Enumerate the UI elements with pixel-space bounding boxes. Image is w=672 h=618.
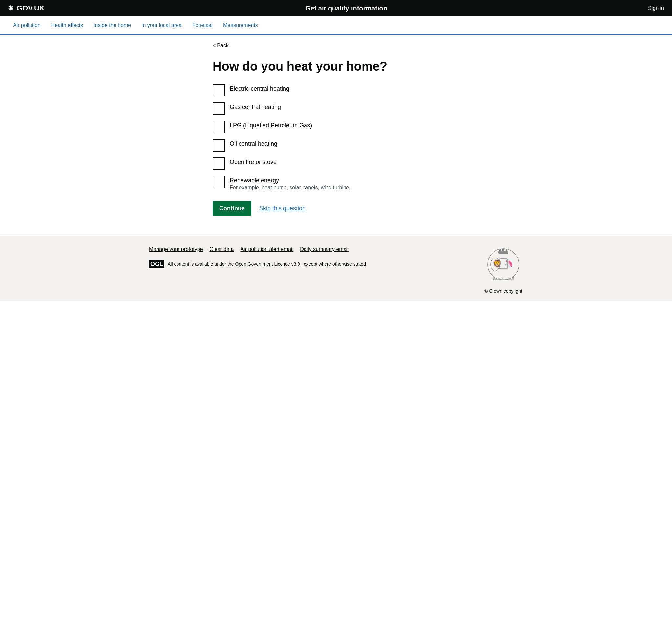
- nav-item-inside-home: Inside the home: [88, 16, 136, 34]
- page-heading: How do you heat your home?: [213, 59, 459, 74]
- option-hint-renewable: For example, heat pump, solar panels, wi…: [230, 185, 351, 191]
- ogl-licence-link[interactable]: Open Government Licence v3.0: [235, 262, 300, 267]
- crown-copyright-link[interactable]: © Crown copyright: [484, 288, 522, 294]
- main-content: < Back How do you heat your home? Electr…: [205, 35, 467, 235]
- back-link[interactable]: < Back: [213, 43, 229, 48]
- footer-link-manage-prototype[interactable]: Manage your prototype: [149, 246, 203, 252]
- nav-item-forecast: Forecast: [187, 16, 218, 34]
- site-header: ❋ GOV.UK Get air quality information Sig…: [0, 0, 672, 16]
- nav-item-air-pollution: Air pollution: [8, 16, 46, 34]
- continue-button[interactable]: Continue: [213, 201, 251, 216]
- nav-link-local-area[interactable]: In your local area: [136, 16, 187, 34]
- list-item: Electric central heating: [213, 83, 459, 96]
- footer-link-summary-email[interactable]: Daily summary email: [300, 246, 349, 252]
- list-item: Renewable energy For example, heat pump,…: [213, 175, 459, 191]
- option-text-electric: Electric central heating: [230, 85, 289, 92]
- list-item: Open fire or stove: [213, 157, 459, 170]
- option-label-renewable[interactable]: Renewable energy For example, heat pump,…: [213, 175, 351, 191]
- sign-in-link[interactable]: Sign in: [648, 5, 664, 11]
- checkbox-renewable[interactable]: [213, 176, 225, 188]
- list-item: LPG (Liquefied Petroleum Gas): [213, 120, 459, 133]
- option-label-oil[interactable]: Oil central heating: [213, 138, 277, 151]
- svg-rect-2: [499, 249, 501, 252]
- ogl-logo: OGL: [149, 260, 164, 268]
- footer-left: Manage your prototype Clear data Air pol…: [149, 246, 366, 268]
- svg-text:🦁: 🦁: [493, 259, 502, 268]
- nav-link-forecast[interactable]: Forecast: [187, 16, 218, 34]
- main-nav: Air pollution Health effects Inside the …: [0, 16, 672, 35]
- footer-links: Manage your prototype Clear data Air pol…: [149, 246, 366, 252]
- form-actions: Continue Skip this question: [213, 201, 459, 216]
- nav-item-measurements: Measurements: [218, 16, 263, 34]
- option-text-oil: Oil central heating: [230, 140, 277, 147]
- option-label-lpg[interactable]: LPG (Liquefied Petroleum Gas): [213, 120, 312, 133]
- coat-of-arms-image: 🦁 🦄 DIEU ET MON DROIT: [484, 246, 523, 286]
- logo-text: GOV.UK: [17, 4, 44, 12]
- option-text-openfire: Open fire or stove: [230, 159, 277, 166]
- svg-rect-3: [502, 249, 504, 252]
- svg-rect-4: [506, 249, 507, 252]
- option-label-gas[interactable]: Gas central heating: [213, 102, 281, 115]
- footer-inner: Manage your prototype Clear data Air pol…: [149, 246, 523, 294]
- back-label: Back: [217, 43, 229, 48]
- footer-ogl: OGL All content is available under the O…: [149, 260, 366, 268]
- option-label-openfire[interactable]: Open fire or stove: [213, 157, 277, 170]
- footer-link-alert-email[interactable]: Air pollution alert email: [240, 246, 293, 252]
- footer-link-clear-data[interactable]: Clear data: [210, 246, 234, 252]
- svg-text:🦄: 🦄: [504, 259, 513, 268]
- footer-right: 🦁 🦄 DIEU ET MON DROIT © Crown copyright: [484, 246, 523, 294]
- nav-item-health-effects: Health effects: [46, 16, 89, 34]
- nav-list: Air pollution Health effects Inside the …: [8, 16, 664, 34]
- nav-link-measurements[interactable]: Measurements: [218, 16, 263, 34]
- list-item: Oil central heating: [213, 138, 459, 151]
- nav-link-air-pollution[interactable]: Air pollution: [8, 16, 46, 34]
- nav-link-inside-home[interactable]: Inside the home: [88, 16, 136, 34]
- option-text-lpg: LPG (Liquefied Petroleum Gas): [230, 122, 312, 129]
- checkbox-oil[interactable]: [213, 139, 225, 151]
- option-text-gas: Gas central heating: [230, 104, 281, 111]
- crown-icon: ❋: [8, 4, 13, 12]
- svg-text:DIEU ET MON DROIT: DIEU ET MON DROIT: [493, 278, 513, 280]
- gov-uk-logo[interactable]: ❋ GOV.UK: [8, 4, 44, 12]
- option-text-renewable: Renewable energy: [230, 177, 351, 184]
- skip-question-link[interactable]: Skip this question: [259, 205, 305, 212]
- ogl-text: All content is available under the Open …: [168, 262, 366, 267]
- checkbox-openfire[interactable]: [213, 158, 225, 170]
- checkbox-electric[interactable]: [213, 84, 225, 96]
- checkbox-gas[interactable]: [213, 102, 225, 115]
- list-item: Gas central heating: [213, 102, 459, 115]
- nav-link-health-effects[interactable]: Health effects: [46, 16, 89, 34]
- nav-item-local-area: In your local area: [136, 16, 187, 34]
- option-label-electric[interactable]: Electric central heating: [213, 83, 289, 96]
- back-chevron-icon: <: [213, 43, 215, 48]
- site-footer: Manage your prototype Clear data Air pol…: [0, 235, 672, 301]
- heating-options-list: Electric central heating Gas central hea…: [213, 83, 459, 191]
- site-title: Get air quality information: [44, 5, 648, 12]
- checkbox-lpg[interactable]: [213, 121, 225, 133]
